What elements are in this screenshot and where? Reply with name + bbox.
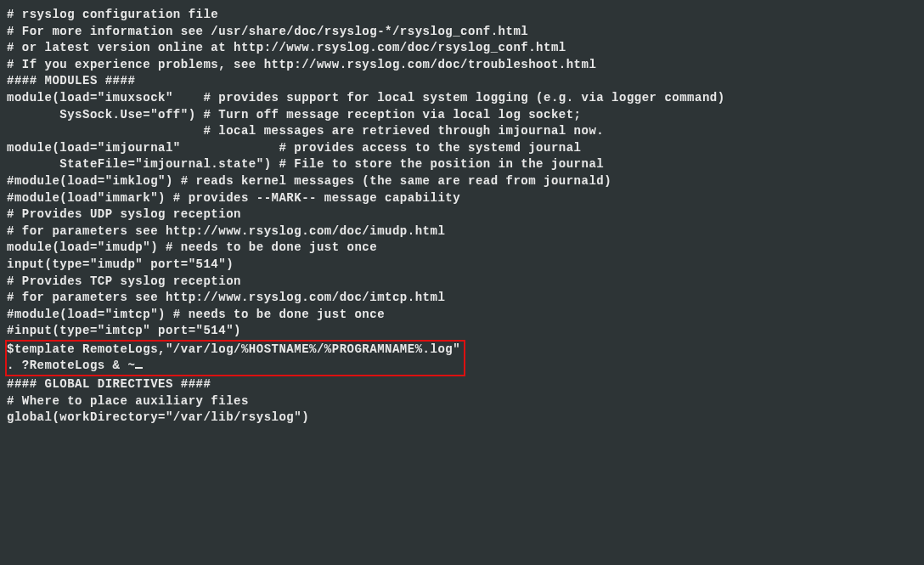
config-line: # If you experience problems, see http:/… [7, 57, 917, 74]
highlighted-region: $template RemoteLogs,"/var/log/%HOSTNAME… [5, 340, 465, 376]
config-line: # Provides TCP syslog reception [7, 274, 917, 291]
config-line: module(load="imuxsock" # provides suppor… [7, 90, 917, 107]
cursor-icon [135, 367, 143, 369]
config-line-highlighted: $template RemoteLogs,"/var/log/%HOSTNAME… [7, 342, 460, 359]
config-text: . ?RemoteLogs & ~ [7, 359, 135, 372]
config-line: # Provides UDP syslog reception [7, 206, 917, 223]
config-line: #module(load="imtcp") # needs to be done… [7, 307, 917, 324]
terminal-editor[interactable]: # rsyslog configuration file # For more … [7, 7, 917, 427]
config-line: #module(load="imklog") # reads kernel me… [7, 173, 917, 190]
config-line: # for parameters see http://www.rsyslog.… [7, 290, 917, 307]
config-line: #### MODULES #### [7, 73, 917, 90]
config-line: module(load="imudp") # needs to be done … [7, 240, 917, 257]
config-line: #### GLOBAL DIRECTIVES #### [7, 376, 917, 393]
config-line: module(load="imjournal" # provides acces… [7, 140, 917, 157]
config-line: # or latest version online at http://www… [7, 40, 917, 57]
config-line: #input(type="imtcp" port="514") [7, 323, 917, 340]
config-line: # rsyslog configuration file [7, 7, 917, 24]
config-line: # for parameters see http://www.rsyslog.… [7, 223, 917, 240]
config-line-highlighted: . ?RemoteLogs & ~ [7, 358, 460, 375]
config-line: SysSock.Use="off") # Turn off message re… [7, 107, 917, 124]
config-line: global(workDirectory="/var/lib/rsyslog") [7, 410, 917, 427]
config-line: input(type="imudp" port="514") [7, 257, 917, 274]
config-line: #module(load"immark") # provides --MARK-… [7, 190, 917, 207]
config-line: # Where to place auxiliary files [7, 393, 917, 410]
config-line: # local messages are retrieved through i… [7, 123, 917, 140]
config-line: StateFile="imjournal.state") # File to s… [7, 156, 917, 173]
config-line: # For more information see /usr/share/do… [7, 24, 917, 41]
